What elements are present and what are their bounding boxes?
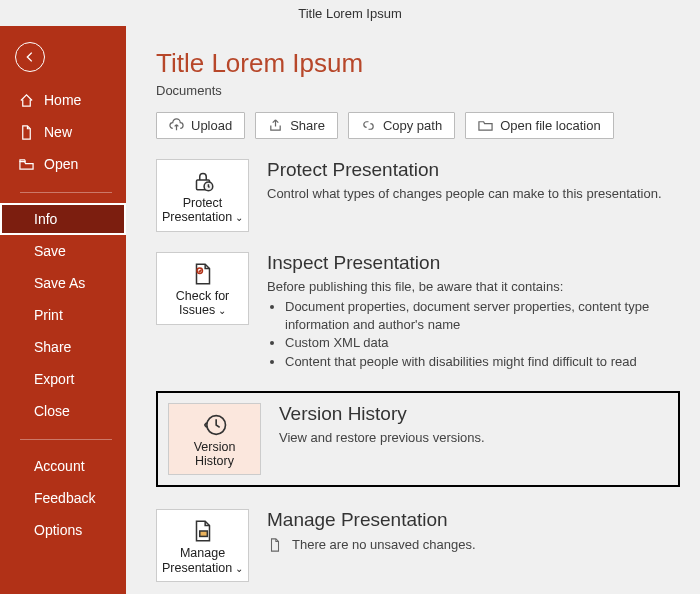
list-item: Custom XML data	[285, 334, 680, 352]
protect-presentation-row: Protect Presentation Protect Presentatio…	[156, 159, 680, 232]
version-history-row: Version History Version History View and…	[168, 403, 668, 476]
section-desc: View and restore previous versions.	[279, 429, 668, 447]
sidebar-item-export[interactable]: Export	[0, 363, 126, 395]
button-label: Open file location	[500, 118, 600, 133]
sidebar-item-label: New	[44, 124, 72, 140]
info-toolbar: Upload Share Copy path Open file locatio…	[156, 112, 680, 139]
window-titlebar: Title Lorem Ipsum	[0, 0, 700, 26]
arrow-left-icon	[22, 49, 38, 65]
manage-presentation-row: Manage Presentation Manage Presentation …	[156, 509, 680, 582]
sidebar-item-info[interactable]: Info	[0, 203, 126, 235]
version-history-card[interactable]: Version History	[168, 403, 261, 476]
cloud-upload-icon	[169, 118, 184, 133]
card-label: Manage Presentation	[161, 546, 244, 575]
protect-presentation-card[interactable]: Protect Presentation	[156, 159, 249, 232]
sidebar-item-home[interactable]: Home	[0, 84, 126, 116]
sidebar-item-label: Save	[34, 243, 66, 259]
sidebar-item-account[interactable]: Account	[0, 450, 126, 482]
section-title: Inspect Presentation	[267, 252, 680, 274]
section-desc: Before publishing this file, be aware th…	[267, 278, 680, 296]
home-icon	[18, 92, 34, 108]
share-icon	[268, 118, 283, 133]
backstage-sidebar: Home New Open Info Save Save As Print Sh…	[0, 26, 126, 594]
sidebar-item-new[interactable]: New	[0, 116, 126, 148]
folder-icon	[478, 118, 493, 133]
page-title: Title Lorem Ipsum	[156, 48, 680, 79]
copy-path-button[interactable]: Copy path	[348, 112, 455, 139]
sidebar-item-save-as[interactable]: Save As	[0, 267, 126, 299]
sidebar-item-label: Info	[34, 211, 57, 227]
sidebar-item-share[interactable]: Share	[0, 331, 126, 363]
sidebar-item-open[interactable]: Open	[0, 148, 126, 180]
card-label: Version History	[173, 440, 256, 469]
check-for-issues-card[interactable]: Check for Issues	[156, 252, 249, 325]
button-label: Share	[290, 118, 325, 133]
section-title: Protect Presentation	[267, 159, 680, 181]
svg-rect-4	[199, 531, 207, 536]
sidebar-item-label: Share	[34, 339, 71, 355]
sidebar-divider	[20, 192, 112, 193]
sidebar-item-label: Print	[34, 307, 63, 323]
sidebar-item-label: Home	[44, 92, 81, 108]
sidebar-item-save[interactable]: Save	[0, 235, 126, 267]
sidebar-divider	[20, 439, 112, 440]
card-label: Check for Issues	[161, 289, 244, 318]
sidebar-item-label: Close	[34, 403, 70, 419]
section-title: Manage Presentation	[267, 509, 680, 531]
sidebar-item-label: Open	[44, 156, 78, 172]
list-item: Document properties, document server pro…	[285, 298, 680, 334]
sidebar-item-label: Options	[34, 522, 82, 538]
document-check-icon	[161, 261, 244, 287]
share-button[interactable]: Share	[255, 112, 338, 139]
sidebar-item-print[interactable]: Print	[0, 299, 126, 331]
history-icon	[173, 412, 256, 438]
sidebar-item-label: Feedback	[34, 490, 95, 506]
manage-presentation-card[interactable]: Manage Presentation	[156, 509, 249, 582]
back-button[interactable]	[15, 42, 45, 72]
sidebar-item-label: Save As	[34, 275, 85, 291]
inspect-presentation-row: Check for Issues Inspect Presentation Be…	[156, 252, 680, 371]
page-subtitle: Documents	[156, 83, 680, 98]
sidebar-item-options[interactable]: Options	[0, 514, 126, 546]
folder-open-icon	[18, 156, 34, 172]
document-manage-icon	[161, 518, 244, 544]
file-icon	[18, 124, 34, 140]
inspect-items-list: Document properties, document server pro…	[285, 298, 680, 371]
upload-button[interactable]: Upload	[156, 112, 245, 139]
version-history-highlight: Version History Version History View and…	[156, 391, 680, 488]
link-icon	[361, 118, 376, 133]
sidebar-item-label: Export	[34, 371, 74, 387]
sidebar-item-label: Account	[34, 458, 85, 474]
card-label: Protect Presentation	[161, 196, 244, 225]
section-title: Version History	[279, 403, 668, 425]
lock-icon	[161, 168, 244, 194]
sidebar-item-feedback[interactable]: Feedback	[0, 482, 126, 514]
info-panel: Title Lorem Ipsum Documents Upload Share…	[126, 26, 700, 594]
sidebar-item-close[interactable]: Close	[0, 395, 126, 427]
list-item: Content that people with disabilities mi…	[285, 353, 680, 371]
button-label: Upload	[191, 118, 232, 133]
document-icon	[267, 537, 282, 552]
section-desc: Control what types of changes people can…	[267, 185, 680, 203]
app-title: Title Lorem Ipsum	[298, 6, 402, 21]
open-file-location-button[interactable]: Open file location	[465, 112, 613, 139]
section-desc: There are no unsaved changes.	[292, 537, 476, 552]
button-label: Copy path	[383, 118, 442, 133]
